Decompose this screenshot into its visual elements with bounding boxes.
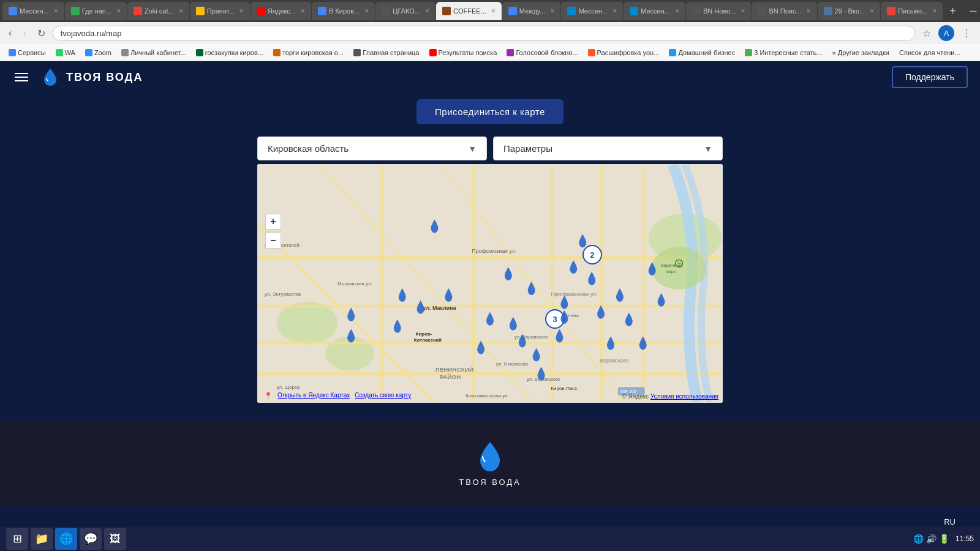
bookmark-services[interactable]: Сервисы: [5, 48, 50, 58]
water-drop-markers: [347, 220, 665, 381]
tab-where[interactable]: Где нап... ×: [65, 2, 127, 20]
taskbar-icons: 🌐 🔊 🔋: [913, 534, 949, 544]
bookmark-wa[interactable]: WA: [52, 48, 79, 58]
map-open-links: 📍 Открыть в Яндекс Картах Создать свою к…: [264, 392, 411, 400]
terms-link[interactable]: Условия использования: [650, 393, 718, 400]
tab-bar: Мессен... × Где нап... × Zoki cat... × П…: [0, 0, 980, 22]
bookmark-goszakupki[interactable]: госзакупки киров...: [192, 48, 267, 58]
tab-messen-3[interactable]: Мессен... ×: [624, 2, 685, 20]
back-button[interactable]: ‹: [5, 26, 15, 40]
start-button[interactable]: ⊞: [6, 528, 28, 550]
site-logo-text: ТВОЯ ВОДА: [66, 71, 143, 84]
region-select[interactable]: Кировская область ▼: [257, 137, 487, 160]
messenger-button[interactable]: 💬: [80, 528, 102, 550]
nav-bar: ‹ › ↻ tvojavoda.ru/map ☆ A ⋮: [0, 22, 980, 44]
page-content: ТВОЯ ВОДА Поддержать Присоединиться к ка…: [0, 61, 980, 551]
network-icon: 🌐: [913, 534, 924, 544]
tab-bn-search[interactable]: BN Поис... ×: [752, 2, 816, 20]
zoom-out-button[interactable]: −: [265, 233, 281, 249]
bookmark-more[interactable]: » Другие закладки: [829, 48, 893, 58]
hamburger-menu[interactable]: [12, 70, 31, 84]
tab-cgako[interactable]: ЦГАКО... ×: [375, 2, 435, 20]
bookmark-torgi[interactable]: торги кировская о...: [270, 48, 347, 58]
bookmark-voice[interactable]: Голосовой блокно...: [503, 48, 581, 58]
address-bar[interactable]: tvojavoda.ru/map: [53, 26, 915, 41]
bookmark-results[interactable]: Результаты поиска: [426, 48, 501, 58]
bookmarks-bar: Сервисы WA Zoom Личный кабинет... госзак…: [0, 44, 980, 61]
params-value: Параметры: [503, 143, 552, 154]
bookmark-reading[interactable]: Список для чтени...: [895, 48, 964, 58]
browser-button[interactable]: 🌐: [55, 528, 77, 550]
tab-messen-2[interactable]: Мессен... ×: [561, 2, 623, 20]
tab-messengers-1[interactable]: Мессен... ×: [2, 2, 64, 20]
map-controls: + −: [265, 214, 281, 249]
region-value: Кировская область: [268, 143, 349, 154]
file-explorer-button[interactable]: 📁: [31, 528, 53, 550]
map-attribution: © Яндекс Условия использования: [622, 393, 718, 400]
site-header: ТВОЯ ВОДА Поддержать: [0, 61, 980, 93]
main-content: Присоединиться к карте Кировская область…: [0, 93, 980, 415]
site-footer: ТВОЯ ВОДА: [0, 421, 980, 505]
params-select[interactable]: Параметры ▼: [493, 137, 723, 160]
new-tab-button[interactable]: +: [943, 5, 962, 18]
logo-icon: [40, 67, 60, 87]
bookmark-zoom[interactable]: Zoom: [81, 48, 115, 58]
bookmark-home-biz[interactable]: Домашний бизнес: [665, 48, 739, 58]
lang-switch[interactable]: RU: [944, 517, 956, 527]
site-logo: ТВОЯ ВОДА: [40, 67, 143, 87]
extensions-button[interactable]: ⋮: [958, 26, 975, 40]
tab-29-vk[interactable]: 29 - Вко... ×: [818, 2, 881, 20]
support-button[interactable]: Поддержать: [892, 66, 968, 88]
tab-accepted[interactable]: Принят... ×: [190, 2, 250, 20]
open-yandex-maps-link[interactable]: Открыть в Яндекс Картах: [277, 392, 350, 400]
tab-mail[interactable]: Письмо... ×: [881, 2, 943, 20]
region-chevron-icon: ▼: [468, 144, 477, 154]
taskbar-left: ⊞ 📁 🌐 💬 🖼: [6, 528, 126, 550]
profile-button[interactable]: A: [938, 25, 954, 41]
battery-icon: 🔋: [939, 534, 949, 544]
photo-button[interactable]: 🖼: [104, 528, 126, 550]
taskbar-right: 🌐 🔊 🔋 11:55: [913, 534, 974, 544]
tab-bn-news[interactable]: BN Ново... ×: [686, 2, 751, 20]
bookmark-main-page[interactable]: Главная страница: [350, 48, 423, 58]
tab-yandex[interactable]: Яндекс... ×: [251, 2, 311, 20]
footer-logo: ТВОЯ ВОДА: [459, 440, 521, 487]
map-pin-icon: 📍: [264, 392, 273, 400]
zoom-separator: [265, 231, 281, 231]
create-map-link[interactable]: Создать свою карту: [355, 392, 411, 400]
tab-mezhdu[interactable]: Между... ×: [502, 2, 561, 20]
taskbar: ⊞ 📁 🌐 💬 🖼 🌐 🔊 🔋 11:55: [0, 527, 980, 551]
bookmark-interesting[interactable]: 3 Интересные стать...: [741, 48, 826, 58]
tab-coffee[interactable]: COFFEE... ×: [436, 2, 502, 20]
join-map-button[interactable]: Присоединиться к карте: [417, 99, 564, 124]
bookmark-rasshifrovka[interactable]: Расшифровка you...: [584, 48, 663, 58]
bookmark-button[interactable]: ☆: [919, 26, 935, 40]
map-container[interactable]: Профсоюзная ул. Московская ул. ул. Некра…: [257, 164, 723, 403]
tab-v-kirov[interactable]: В Киров... ×: [312, 2, 375, 20]
forward-button[interactable]: ›: [19, 26, 29, 40]
bookmark-cabinet[interactable]: Личный кабинет...: [118, 48, 190, 58]
reload-button[interactable]: ↻: [34, 26, 49, 40]
tab-zoki[interactable]: Zoki cat... ×: [127, 2, 189, 20]
filter-row: Кировская область ▼ Параметры ▼: [257, 137, 723, 160]
browser-window: Мессен... × Где нап... × Zoki cat... × П…: [0, 0, 980, 61]
zoom-in-button[interactable]: +: [265, 214, 281, 230]
params-chevron-icon: ▼: [704, 144, 712, 154]
footer-logo-text: ТВОЯ ВОДА: [459, 478, 521, 487]
window-minimize[interactable]: ─: [963, 3, 980, 19]
footer-logo-icon: [475, 440, 505, 474]
taskbar-time: 11:55: [956, 534, 974, 543]
volume-icon: 🔊: [926, 534, 937, 544]
